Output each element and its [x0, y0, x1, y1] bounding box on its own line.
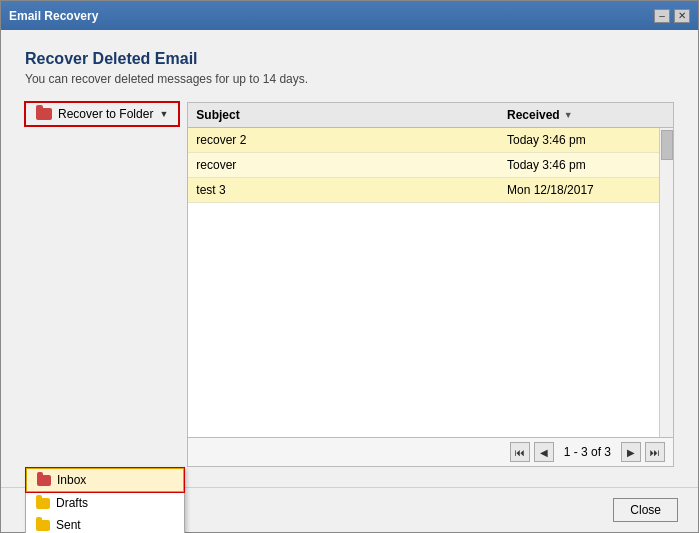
- first-page-button[interactable]: ⏮: [510, 442, 530, 462]
- folder-label-sent: Sent: [56, 518, 81, 532]
- page-title: Recover Deleted Email: [25, 50, 674, 68]
- scrollbar-track[interactable]: [659, 128, 673, 437]
- folder-label-drafts: Drafts: [56, 496, 88, 510]
- dropdown-arrow-icon: ▼: [159, 109, 168, 119]
- cell-subject-1: recover 2: [188, 128, 499, 152]
- recover-button-label: Recover to Folder: [58, 107, 153, 121]
- next-page-button[interactable]: ▶: [621, 442, 641, 462]
- folder-label-inbox: Inbox: [57, 473, 86, 487]
- table-body-wrapper: recover 2 Today 3:46 pm recover Today 3:…: [188, 128, 673, 437]
- recover-to-folder-button[interactable]: Recover to Folder ▼: [25, 102, 179, 126]
- title-bar-controls: – ✕: [654, 9, 690, 23]
- folder-red-icon: [36, 108, 52, 120]
- table-body: recover 2 Today 3:46 pm recover Today 3:…: [188, 128, 659, 437]
- scrollbar-header-spacer: [659, 103, 673, 127]
- table-row[interactable]: recover Today 3:46 pm: [188, 153, 659, 178]
- close-window-button[interactable]: ✕: [674, 9, 690, 23]
- title-bar: Email Recovery – ✕: [1, 1, 698, 30]
- inbox-folder-icon: [37, 475, 51, 486]
- main-area: Recover to Folder ▼ Inbox Drafts: [25, 102, 674, 467]
- received-column-label: Received: [507, 108, 560, 122]
- cell-received-2: Today 3:46 pm: [499, 153, 659, 177]
- email-table-panel: Subject Received ▼ recover 2 Today 3:46 …: [187, 102, 674, 467]
- left-panel: Recover to Folder ▼ Inbox Drafts: [25, 102, 179, 467]
- prev-page-button[interactable]: ◀: [534, 442, 554, 462]
- close-button[interactable]: Close: [613, 498, 678, 522]
- subject-column-label: Subject: [196, 108, 239, 122]
- folder-item-sent[interactable]: Sent: [26, 514, 184, 533]
- empty-table-area: [188, 203, 659, 383]
- page-info: 1 - 3 of 3: [558, 445, 617, 459]
- folder-item-inbox[interactable]: Inbox: [26, 468, 184, 492]
- cell-subject-3: test 3: [188, 178, 499, 202]
- drafts-folder-icon: [36, 498, 50, 509]
- page-subtitle: You can recover deleted messages for up …: [25, 72, 674, 86]
- pagination-bar: ⏮ ◀ 1 - 3 of 3 ▶ ⏭: [188, 437, 673, 466]
- cell-subject-2: recover: [188, 153, 499, 177]
- cell-received-3: Mon 12/18/2017: [499, 178, 659, 202]
- sent-folder-icon: [36, 520, 50, 531]
- column-subject: Subject: [188, 103, 499, 127]
- email-recovery-window: Email Recovery – ✕ Recover Deleted Email…: [0, 0, 699, 533]
- minimize-button[interactable]: –: [654, 9, 670, 23]
- table-row[interactable]: recover 2 Today 3:46 pm: [188, 128, 659, 153]
- folder-dropdown-menu: Inbox Drafts Sent Spam: [25, 467, 185, 533]
- folder-item-drafts[interactable]: Drafts: [26, 492, 184, 514]
- cell-received-1: Today 3:46 pm: [499, 128, 659, 152]
- main-content: Recover Deleted Email You can recover de…: [1, 30, 698, 487]
- column-received[interactable]: Received ▼: [499, 103, 659, 127]
- scrollbar-thumb[interactable]: [661, 130, 673, 160]
- last-page-button[interactable]: ⏭: [645, 442, 665, 462]
- table-row[interactable]: test 3 Mon 12/18/2017: [188, 178, 659, 203]
- sort-arrow-icon: ▼: [564, 110, 573, 120]
- window-title: Email Recovery: [9, 9, 98, 23]
- table-header: Subject Received ▼: [188, 103, 673, 128]
